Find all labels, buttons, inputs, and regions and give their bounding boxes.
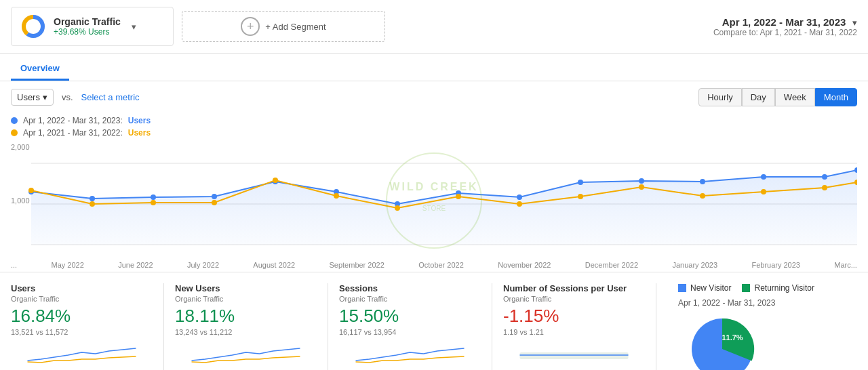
svg-text:WILD CREEK: WILD CREEK <box>389 181 478 192</box>
orange-dot-2 <box>151 200 156 205</box>
metric-select-value: Users <box>17 92 40 102</box>
blue-dot-1 <box>90 196 95 201</box>
metric-select[interactable]: Users ▾ <box>11 89 54 106</box>
segment-info: Organic Traffic +39.68% Users <box>54 16 121 37</box>
metric-card-sessions-per-user: Number of Sessions per User Organic Traf… <box>503 283 656 370</box>
pie-legend-new: New Visitor <box>678 283 731 293</box>
date-range-arrow-icon: ▾ <box>852 18 857 28</box>
add-segment-label: + Add Segment <box>265 22 326 32</box>
new-visitor-label: New Visitor <box>690 283 731 293</box>
date-range[interactable]: Apr 1, 2022 - Mar 31, 2023 ▾ Compare to:… <box>713 16 857 37</box>
tabs-bar: Overview <box>0 54 868 81</box>
metric-compare-sessions: 16,117 vs 13,954 <box>339 328 481 336</box>
orange-dot-12 <box>761 189 766 194</box>
returning-visitor-dot <box>742 284 750 292</box>
orange-dot-7 <box>456 194 461 199</box>
orange-dot-1 <box>90 201 95 207</box>
time-btn-day[interactable]: Day <box>742 88 775 106</box>
metric-value-sessions: 15.50% <box>339 306 481 327</box>
metric-value-users: 16.84% <box>11 306 153 327</box>
chart-svg: WILD CREEK STORE <box>11 143 857 258</box>
orange-dot-3 <box>212 200 217 205</box>
metric-sub-sessions: Organic Traffic <box>339 295 481 303</box>
metric-name-new-users: New Users <box>175 283 317 293</box>
returning-visitor-label: Returning Visitor <box>754 283 814 293</box>
segment-change: +39.68% Users <box>54 27 121 37</box>
x-label-8: December 2022 <box>585 261 638 269</box>
blue-dot-8 <box>517 194 522 200</box>
time-btn-hourly[interactable]: Hourly <box>698 88 742 106</box>
orange-dot-9 <box>578 194 583 199</box>
metric-compare-new-users: 13,243 vs 11,212 <box>175 328 317 336</box>
pie-legend: New Visitor Returning Visitor <box>678 283 846 293</box>
pie-section: New Visitor Returning Visitor Apr 1, 202… <box>667 283 857 370</box>
chart-legend: Apr 1, 2022 - Mar 31, 2023: Users Apr 1,… <box>0 113 868 143</box>
x-label-11: Marc... <box>834 261 857 269</box>
chart-controls: Users ▾ vs. Select a metric Hourly Day W… <box>0 81 868 113</box>
orange-dot-10 <box>639 184 644 190</box>
blue-dot-12 <box>761 174 766 180</box>
segment-card[interactable]: Organic Traffic +39.68% Users ▾ <box>11 7 174 46</box>
pie-legend-returning: Returning Visitor <box>742 283 814 293</box>
orange-dot-4 <box>273 178 278 183</box>
orange-dot-11 <box>700 193 705 199</box>
blue-dot-13 <box>822 174 827 180</box>
legend-label-0: Apr 1, 2022 - Mar 31, 2023: <box>23 116 123 125</box>
metric-compare-users: 13,521 vs 11,572 <box>11 328 153 336</box>
segment-title: Organic Traffic <box>54 16 121 27</box>
x-label-2: June 2022 <box>118 261 153 269</box>
metric-dropdown-icon: ▾ <box>43 92 47 102</box>
compare-label: Compare to: <box>713 28 758 37</box>
orange-dot-0 <box>28 188 34 193</box>
time-btn-month[interactable]: Month <box>815 88 857 106</box>
blue-dot-2 <box>151 194 156 200</box>
select-metric-link[interactable]: Select a metric <box>81 92 140 102</box>
chart-wrapper: 2,000 1,000 <box>0 143 868 258</box>
orange-dot-6 <box>395 205 400 211</box>
top-bar: Organic Traffic +39.68% Users ▾ + + Add … <box>0 0 868 54</box>
time-buttons: Hourly Day Week Month <box>698 88 857 106</box>
legend-dot-orange <box>11 129 18 136</box>
compare-date-value: Apr 1, 2021 - Mar 31, 2022 <box>760 28 857 37</box>
tab-overview[interactable]: Overview <box>11 58 69 81</box>
orange-dot-13 <box>822 185 827 190</box>
x-label-1: May 2022 <box>52 261 84 269</box>
x-label-9: January 2023 <box>672 261 717 269</box>
x-label-6: October 2022 <box>418 261 464 269</box>
legend-label-1: Apr 1, 2021 - Mar 31, 2022: <box>23 128 123 138</box>
metric-compare-sessions-per-user: 1.19 vs 1.21 <box>503 328 645 336</box>
mini-chart-sessions <box>339 340 481 367</box>
metric-sub-users: Organic Traffic <box>11 295 153 303</box>
legend-metric-1: Users <box>128 128 151 138</box>
x-label-10: February 2023 <box>751 261 800 269</box>
orange-dot-8 <box>517 201 522 207</box>
segment-dropdown-icon[interactable]: ▾ <box>127 22 140 32</box>
legend-row-1: Apr 1, 2021 - Mar 31, 2022: Users <box>11 128 857 138</box>
new-visitor-dot <box>678 284 686 292</box>
metric-name-sessions-per-user: Number of Sessions per User <box>503 283 645 293</box>
compare-date: Compare to: Apr 1, 2021 - Mar 31, 2022 <box>713 28 857 37</box>
blue-dot-10 <box>639 178 644 184</box>
pie-container: 11.7% <box>678 312 846 370</box>
metric-value-new-users: 18.11% <box>175 306 317 327</box>
main-date: Apr 1, 2022 - Mar 31, 2023 <box>722 16 846 28</box>
x-label-0: ... <box>11 261 17 269</box>
x-label-4: August 2022 <box>253 261 295 269</box>
mini-chart-users <box>11 340 153 367</box>
svg-text:11.7%: 11.7% <box>722 333 743 342</box>
x-label-7: November 2022 <box>498 261 551 269</box>
orange-dot-5 <box>334 193 339 199</box>
pie-date: Apr 1, 2022 - Mar 31, 2023 <box>678 298 846 308</box>
segment-donut-icon <box>20 13 47 40</box>
blue-dot-3 <box>212 194 217 199</box>
metric-sub-sessions-per-user: Organic Traffic <box>503 295 645 303</box>
mini-chart-new-users <box>175 340 317 367</box>
metric-name-users: Users <box>11 283 153 293</box>
x-label-5: September 2022 <box>329 261 384 269</box>
x-axis: ... May 2022 June 2022 July 2022 August … <box>0 258 868 272</box>
time-btn-week[interactable]: Week <box>775 88 815 106</box>
metric-name-sessions: Sessions <box>339 283 481 293</box>
metric-card-users: Users Organic Traffic 16.84% 13,521 vs 1… <box>11 283 164 370</box>
legend-dot-blue <box>11 117 18 124</box>
add-segment-card[interactable]: + + Add Segment <box>182 11 385 42</box>
